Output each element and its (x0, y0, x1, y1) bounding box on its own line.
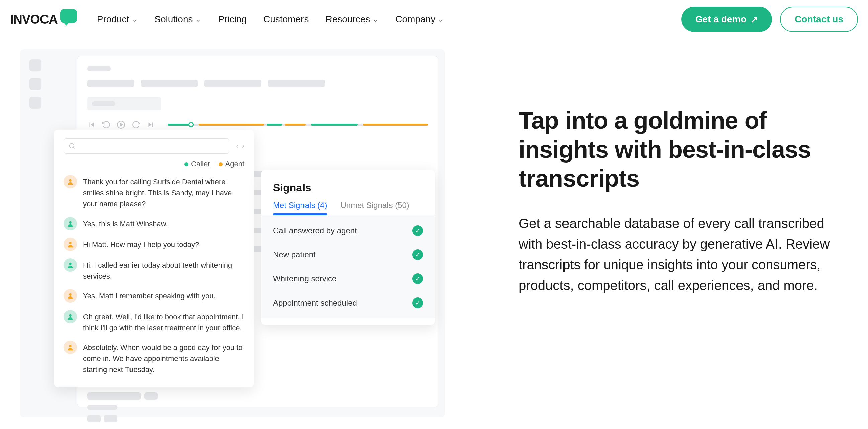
message-text: Absolutely. When would be a good day for… (83, 341, 244, 375)
chevron-down-icon: ⌄ (373, 16, 378, 24)
message-text: Hi. I called earlier today about teeth w… (83, 258, 244, 282)
nav-resources[interactable]: Resources⌄ (325, 14, 378, 25)
message-text: Oh great. Well, I'd like to book that ap… (83, 310, 244, 333)
mock-sidebar (29, 59, 41, 109)
svg-point-7 (69, 263, 71, 265)
message-caller: Yes, this is Matt Winshaw. (64, 217, 244, 230)
message-caller: Oh great. Well, I'd like to book that ap… (64, 310, 244, 333)
signal-label: Call answered by agent (273, 226, 357, 235)
chevron-down-icon: ⌄ (195, 16, 201, 24)
svg-point-9 (69, 314, 71, 316)
message-text: Hi Matt. How may I help you today? (83, 238, 199, 250)
nav-product[interactable]: Product⌄ (97, 14, 138, 25)
legend: Caller Agent (64, 160, 244, 168)
content-panel: Tap into a goldmine of insights with bes… (519, 39, 848, 425)
illustration-panel: ‹ › (20, 39, 445, 425)
signal-label: Whitening service (273, 274, 336, 283)
prev-icon[interactable]: ‹ (236, 142, 238, 150)
avatar-caller (64, 310, 77, 323)
main-nav: INVOCA Product⌄ Solutions⌄ Pricing Custo… (0, 0, 868, 39)
svg-point-5 (69, 221, 71, 223)
message-text: Yes, this is Matt Winshaw. (83, 217, 168, 229)
next-icon[interactable]: › (242, 142, 244, 150)
rewind-icon (102, 120, 111, 129)
check-icon: ✓ (412, 273, 423, 284)
avatar-agent (64, 175, 77, 188)
message-text: Yes, Matt I remember speaking with you. (83, 289, 216, 302)
signals-title: Signals (261, 182, 435, 201)
svg-point-8 (69, 294, 71, 296)
arrow-icon: ↗ (750, 14, 758, 25)
signal-item: New patient✓ (261, 243, 435, 267)
nav-links: Product⌄ Solutions⌄ Pricing Customers Re… (97, 14, 444, 25)
signal-item: Call answered by agent✓ (261, 218, 435, 243)
check-icon: ✓ (412, 225, 423, 236)
play-icon (117, 120, 125, 129)
svg-point-2 (70, 144, 74, 148)
message-caller: Hi. I called earlier today about teeth w… (64, 258, 244, 282)
svg-line-3 (73, 147, 74, 149)
signal-label: New patient (273, 250, 315, 259)
nav-pricing[interactable]: Pricing (218, 14, 247, 25)
nav-actions: Get a demo↗ Contact us (681, 7, 858, 32)
svg-point-10 (69, 345, 71, 347)
logo-text: INVOCA (10, 12, 58, 27)
audio-player (87, 120, 428, 129)
dropdown-placeholder (87, 97, 161, 111)
check-icon: ✓ (412, 298, 423, 308)
avatar-caller (64, 217, 77, 230)
signals-card: Signals Met Signals (4) Unmet Signals (5… (261, 170, 435, 325)
avatar-agent (64, 238, 77, 251)
tab-unmet-signals[interactable]: Unmet Signals (50) (340, 201, 409, 215)
message-agent: Yes, Matt I remember speaking with you. (64, 289, 244, 303)
page-body: Get a searchable database of every call … (519, 213, 848, 296)
logo[interactable]: INVOCA (10, 12, 77, 27)
signal-label: Appointment scheduled (273, 298, 357, 308)
transcript-nav-arrows[interactable]: ‹› (236, 142, 244, 150)
skip-forward-icon (146, 120, 155, 129)
message-agent: Absolutely. When would be a good day for… (64, 341, 244, 375)
logo-bubble-icon (60, 9, 77, 23)
svg-point-4 (69, 179, 71, 182)
contact-us-button[interactable]: Contact us (780, 7, 858, 32)
tab-met-signals[interactable]: Met Signals (4) (273, 201, 327, 215)
signal-item: Whitening service✓ (261, 267, 435, 291)
signal-item: Appointment scheduled✓ (261, 291, 435, 315)
message-agent: Hi Matt. How may I help you today? (64, 238, 244, 251)
search-input[interactable] (64, 138, 229, 154)
get-demo-button[interactable]: Get a demo↗ (681, 7, 772, 32)
search-icon (69, 143, 75, 149)
chevron-down-icon: ⌄ (438, 16, 444, 24)
svg-marker-1 (121, 123, 123, 126)
nav-company[interactable]: Company⌄ (395, 14, 444, 25)
check-icon: ✓ (412, 249, 423, 260)
nav-solutions[interactable]: Solutions⌄ (154, 14, 201, 25)
message-text: Thank you for calling Surfside Dental wh… (83, 175, 244, 210)
signal-list: Call answered by agent✓New patient✓White… (261, 215, 435, 318)
page-heading: Tap into a goldmine of insights with bes… (519, 106, 848, 193)
svg-point-6 (69, 242, 71, 244)
avatar-caller (64, 258, 77, 272)
avatar-agent (64, 289, 77, 303)
skip-back-icon (87, 120, 96, 129)
transcript-card: ‹› Caller Agent Thank you for calling Su… (54, 129, 254, 387)
forward-icon (131, 120, 140, 129)
chevron-down-icon: ⌄ (132, 16, 137, 24)
message-list: Thank you for calling Surfside Dental wh… (64, 175, 244, 375)
nav-customers[interactable]: Customers (264, 14, 309, 25)
signals-tabs: Met Signals (4) Unmet Signals (50) (261, 201, 435, 215)
message-agent: Thank you for calling Surfside Dental wh… (64, 175, 244, 210)
audio-track (168, 124, 428, 126)
avatar-agent (64, 341, 77, 354)
